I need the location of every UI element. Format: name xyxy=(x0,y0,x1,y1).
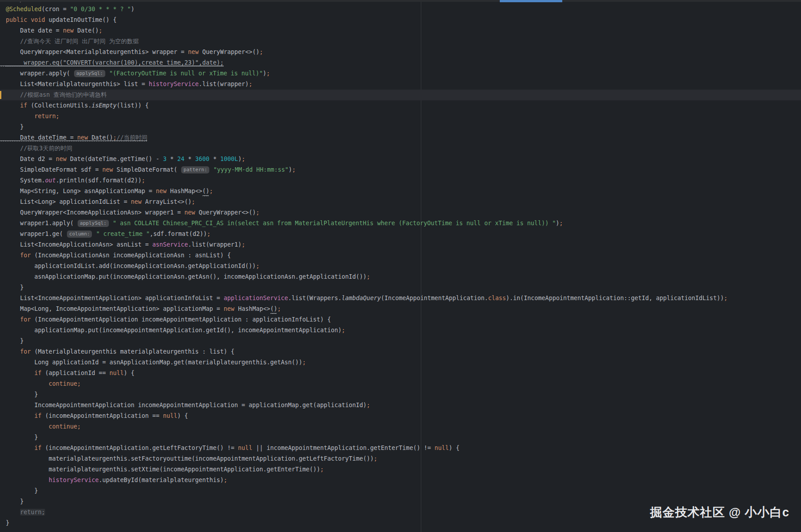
code-token: public void xyxy=(6,16,49,23)
code-token: (CollectionUtils. xyxy=(31,102,91,109)
code-line[interactable]: Map<Long, IncomeAppointmentApplication> … xyxy=(0,304,801,314)
code-line[interactable]: continue; xyxy=(0,379,801,389)
code-token: Date(dateTime.getTime() - xyxy=(70,156,163,162)
code-token: wrapper1.ge( xyxy=(6,231,66,237)
code-line[interactable]: wrapper.apply( applySql: "(FactoryOutTim… xyxy=(0,68,801,79)
code-token xyxy=(109,220,113,227)
code-line[interactable]: materialplateurgenthis.setFactoryouttime… xyxy=(0,454,801,464)
code-line[interactable]: QueryWrapper<IncomeApplicationAsn> wrapp… xyxy=(0,207,801,218)
code-token: @Scheduled xyxy=(6,6,42,12)
code-line[interactable]: @Scheduled(cron = "0 0/30 * * * ? ") xyxy=(0,4,801,15)
code-line[interactable]: } xyxy=(0,336,801,346)
code-token: asnService xyxy=(152,241,188,248)
code-line[interactable]: if (applicationId == null) { xyxy=(0,368,801,379)
code-token: (IncomeApplicationAsn incomeApplicationA… xyxy=(34,252,231,259)
code-token: //当前时间 xyxy=(116,134,147,141)
code-line[interactable]: if (incomeAppointmentApplication.getLeft… xyxy=(0,443,801,454)
code-token: * xyxy=(184,156,195,162)
code-token: Date() xyxy=(91,134,113,141)
code-token: continue; xyxy=(6,423,81,430)
code-token: List<Materialplateurgenthis> list = xyxy=(6,81,149,87)
code-token: List<Long> applicationIdList = xyxy=(6,198,131,205)
code-token: .list(wrapper1) xyxy=(188,241,241,248)
code-token: SimpleDateFormat( xyxy=(116,166,181,173)
code-token: HashMap<> xyxy=(170,188,202,194)
code-line[interactable]: //查询今天 进厂时间 出厂时间 为空的数据 xyxy=(0,36,801,47)
code-token: HashMap<> xyxy=(238,305,270,312)
code-line[interactable]: } xyxy=(0,122,801,132)
code-token: } xyxy=(6,124,24,130)
code-line[interactable]: } xyxy=(0,486,801,496)
tab-bar-edge xyxy=(0,0,801,2)
code-line[interactable]: wrapper1.apply( applySql: " asn COLLATE … xyxy=(0,218,801,229)
code-line[interactable]: System.out.println(sdf.format(d2)); xyxy=(0,175,801,186)
code-line[interactable]: //根据asn 查询他们的申请急料 xyxy=(0,90,801,100)
code-token: for xyxy=(6,252,34,259)
code-token: new xyxy=(224,305,238,312)
code-token: ; xyxy=(259,49,263,55)
code-line[interactable]: return; xyxy=(0,111,801,122)
code-token: ) xyxy=(263,70,266,77)
active-tab-indicator xyxy=(500,0,562,2)
code-line[interactable]: if (incomeAppointmentApplication == null… xyxy=(0,411,801,421)
code-token: lambdaQuery xyxy=(342,295,381,301)
code-line[interactable]: historyService.updateById(materialplateu… xyxy=(0,475,801,486)
code-token: (incomeAppointmentApplication == xyxy=(45,412,163,419)
code-line[interactable]: List<IncomeAppointmentApplication> appli… xyxy=(0,293,801,304)
code-token: ; xyxy=(209,188,213,194)
code-token: applicationMap.put(incomeAppointmentAppl… xyxy=(6,327,342,334)
code-token: ) { xyxy=(449,445,460,451)
code-line[interactable]: continue; xyxy=(0,421,801,432)
code-line[interactable]: List<Long> applicationIdList = new Array… xyxy=(0,197,801,207)
code-token: //查询今天 进厂时间 出厂时间 为空的数据 xyxy=(6,38,139,45)
code-token: ; xyxy=(241,241,245,248)
code-line[interactable]: } xyxy=(0,282,801,293)
code-token: if xyxy=(6,102,31,109)
code-token: QueryWrapper<Materialplateurgenthis> wra… xyxy=(6,49,188,55)
code-area[interactable]: @Scheduled(cron = "0 0/30 * * * ? ")publ… xyxy=(0,4,801,528)
code-line[interactable]: materialplateurgenthis.setXtime(incomeAp… xyxy=(0,464,801,475)
code-line[interactable]: applicationIdList.add(incomeApplicationA… xyxy=(0,261,801,272)
code-line[interactable]: Map<String, Long> asnApplicationMap = ne… xyxy=(0,186,801,197)
code-token: "0 0/30 * * * ? " xyxy=(70,6,131,12)
code-token: ; xyxy=(302,359,306,366)
code-token: continue; xyxy=(6,380,81,387)
code-token: Long applicationId = asnApplicationMap.g… xyxy=(6,359,302,366)
code-line[interactable]: wrapper.eq("CONVERT(varchar(100),create_… xyxy=(0,58,801,68)
code-line[interactable]: IncomeAppointmentApplication incomeAppoi… xyxy=(0,400,801,411)
code-token: } xyxy=(6,520,9,526)
code-token: QueryWrapper<IncomeApplicationAsn> wrapp… xyxy=(6,209,184,216)
code-line[interactable]: applicationMap.put(incomeAppointmentAppl… xyxy=(0,325,801,336)
code-token: (IncomeAppointmentApplication. xyxy=(381,295,488,301)
code-line[interactable]: asnApplicationMap.put(incomeApplicationA… xyxy=(0,272,801,282)
code-token: "(FactoryOutTime is null or xTime is nul… xyxy=(109,70,263,77)
code-line[interactable]: wrapper1.ge( column: " create_time ",sdf… xyxy=(0,229,801,239)
code-line[interactable]: Long applicationId = asnApplicationMap.g… xyxy=(0,357,801,368)
code-line[interactable]: for (IncomeApplicationAsn incomeApplicat… xyxy=(0,250,801,261)
code-line[interactable]: } xyxy=(0,432,801,443)
code-token: materialplateurgenthis.setFactoryouttime… xyxy=(6,455,374,462)
code-line[interactable]: List<Materialplateurgenthis> list = hist… xyxy=(0,79,801,90)
code-token: ; xyxy=(367,273,370,280)
code-token: //根据asn 查询他们的申请急料 xyxy=(6,91,107,98)
code-line[interactable]: public void updateInOutTime() { xyxy=(0,15,801,25)
code-token: for xyxy=(6,316,34,323)
code-token: (applicationId == xyxy=(45,370,109,376)
code-line[interactable]: for (Materialplateurgenthis materialplat… xyxy=(0,346,801,357)
code-line[interactable]: Date date = new Date(); xyxy=(0,25,801,36)
code-line[interactable]: if (CollectionUtils.isEmpty(list)) { xyxy=(0,100,801,111)
code-line[interactable]: //获取3天前的时间 xyxy=(0,143,801,154)
code-token: .println(sdf.format(d2)) xyxy=(56,177,141,184)
code-line[interactable]: Date d2 = new Date(dateTime.getTime() - … xyxy=(0,154,801,165)
code-token: } xyxy=(6,434,38,441)
code-line[interactable]: Date dateTime = new Date();//当前时间 xyxy=(0,132,801,143)
code-editor[interactable]: */ @Scheduled(cron = "0 0/30 * * * ? ")p… xyxy=(0,0,801,532)
code-token: (IncomeAppointmentApplication incomeAppo… xyxy=(34,316,331,323)
code-line[interactable]: for (IncomeAppointmentApplication income… xyxy=(0,314,801,325)
code-line[interactable]: QueryWrapper<Materialplateurgenthis> wra… xyxy=(0,47,801,58)
code-line[interactable]: SimpleDateFormat sdf = new SimpleDateFor… xyxy=(0,165,801,175)
code-line[interactable]: } xyxy=(0,389,801,400)
code-token: return; xyxy=(20,509,45,516)
code-token: if xyxy=(6,412,45,419)
code-line[interactable]: List<IncomeApplicationAsn> asnList = asn… xyxy=(0,239,801,250)
